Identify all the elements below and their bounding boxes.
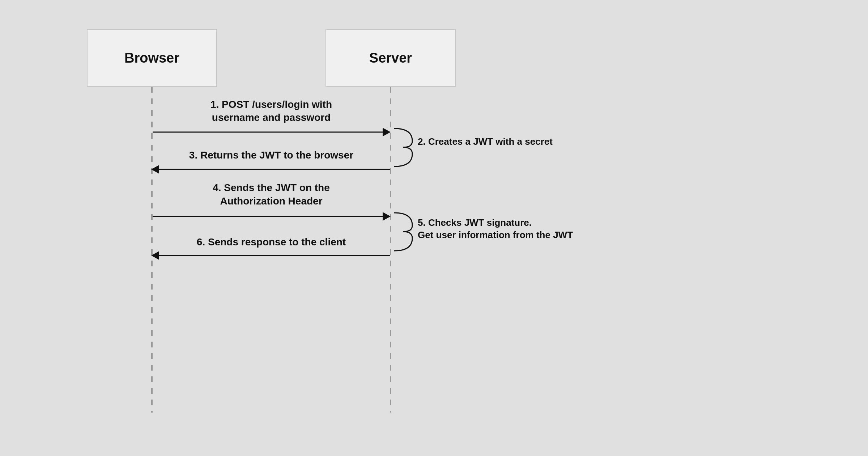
step1-label-line2: username and password xyxy=(212,112,331,123)
step5-label-line1: 5. Checks JWT signature. xyxy=(418,217,532,228)
step1-label-line1: 1. POST /users/login with xyxy=(210,99,332,110)
step5-label-line2: Get user information from the JWT xyxy=(418,229,573,240)
step4-label-line1: 4. Sends the JWT on the xyxy=(213,182,330,193)
step4-label-line2: Authorization Header xyxy=(220,195,322,207)
step3-arrowhead xyxy=(151,165,159,174)
step5-bracket xyxy=(394,213,412,251)
step2-bracket xyxy=(394,128,412,166)
step3-label: 3. Returns the JWT to the browser xyxy=(189,149,353,161)
step6-label: 6. Sends response to the client xyxy=(197,236,346,248)
diagram-svg: 1. POST /users/login with username and p… xyxy=(0,0,868,456)
step6-arrowhead xyxy=(151,251,159,260)
step1-arrowhead xyxy=(383,128,391,136)
step2-label: 2. Creates a JWT with a secret xyxy=(418,136,553,147)
step4-arrowhead xyxy=(383,212,391,221)
diagram-container: Browser Server 1. POST /users/login with… xyxy=(0,0,868,456)
